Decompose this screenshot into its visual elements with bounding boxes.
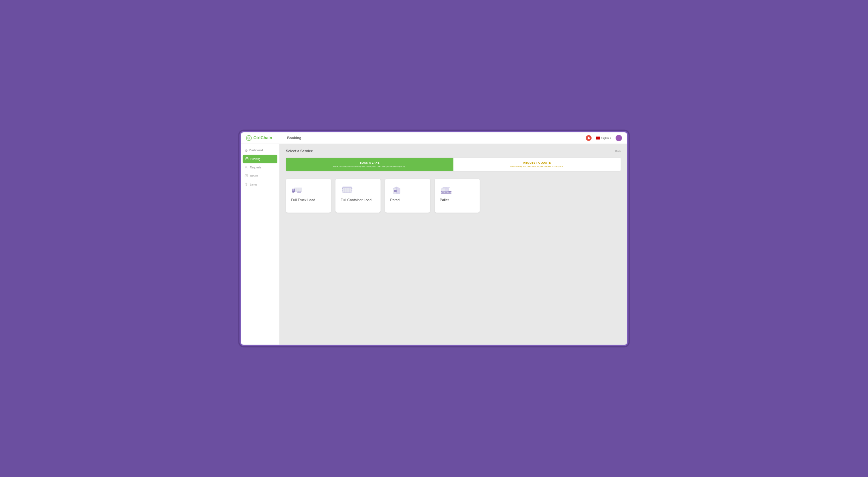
back-button[interactable]: Back — [615, 150, 621, 152]
svg-point-19 — [298, 192, 299, 192]
logo-text: CtrlChain — [253, 136, 272, 141]
sidebar-item-label: Requests — [250, 166, 261, 170]
svg-rect-34 — [342, 190, 342, 191]
orders-icon — [245, 174, 248, 178]
chevron-down-icon: ▾ — [610, 137, 611, 140]
request-quote-title: REQUEST A QUOTE — [459, 161, 615, 165]
book-a-lane-title: BOOK A LANE — [291, 161, 448, 165]
svg-rect-31 — [343, 192, 351, 193]
parcel-icon — [390, 185, 403, 195]
request-quote-tab[interactable]: REQUEST A QUOTE Get capacity and rates f… — [454, 158, 621, 171]
header-actions: English ▾ — [586, 135, 622, 141]
user-avatar[interactable] — [615, 135, 622, 141]
sidebar: ⊙ Dashboard Booking — [241, 144, 279, 345]
svg-point-7 — [246, 166, 247, 167]
fcl-label: Full Container Load — [341, 198, 372, 202]
sidebar-item-lanes[interactable]: Lanes — [241, 180, 279, 189]
sidebar-item-label: Booking — [251, 157, 260, 161]
booking-icon — [245, 157, 249, 161]
requests-icon — [245, 166, 248, 170]
svg-point-17 — [293, 192, 294, 192]
svg-rect-3 — [246, 158, 248, 160]
content-area: Select a Service Back BOOK A LANE Book y… — [279, 144, 627, 345]
notification-bell[interactable] — [586, 135, 592, 141]
logo-area: CtrlChain — [246, 135, 284, 141]
pallet-icon — [440, 185, 453, 195]
svg-rect-26 — [342, 187, 351, 188]
service-card-ftl[interactable]: Full Truck Load — [286, 179, 331, 213]
pallet-label: Pallet — [440, 198, 448, 202]
service-toggle: BOOK A LANE Book your shipments instantl… — [286, 158, 620, 171]
svg-rect-15 — [294, 190, 295, 190]
service-card-pallet[interactable]: Pallet — [435, 179, 479, 213]
svg-point-21 — [300, 192, 301, 192]
svg-rect-32 — [342, 188, 342, 189]
logo-icon — [246, 135, 252, 141]
svg-rect-35 — [351, 190, 352, 191]
sidebar-item-requests[interactable]: Requests — [241, 163, 279, 172]
sidebar-item-booking[interactable]: Booking — [243, 155, 277, 163]
header-title: Booking — [285, 136, 586, 140]
sidebar-item-dashboard[interactable]: ⊙ Dashboard — [241, 146, 279, 155]
dashboard-icon: ⊙ — [245, 149, 248, 153]
svg-rect-33 — [351, 188, 352, 189]
flag-icon — [596, 137, 600, 140]
sidebar-item-label: Lanes — [250, 183, 257, 186]
svg-point-2 — [249, 138, 249, 138]
book-a-lane-subtitle: Book your shipments instantly with pre-a… — [291, 165, 448, 168]
truck-icon — [291, 185, 304, 195]
svg-rect-14 — [292, 189, 294, 190]
container-icon — [341, 185, 353, 195]
content-header: Select a Service Back — [286, 149, 620, 153]
app-header: CtrlChain Booking English ▾ — [241, 132, 627, 144]
request-quote-subtitle: Get capacity and rates from all your car… — [459, 165, 615, 168]
service-card-parcel[interactable]: Parcel — [385, 179, 430, 213]
sidebar-item-label: Orders — [250, 174, 258, 178]
main-layout: ⊙ Dashboard Booking — [241, 144, 627, 345]
ftl-label: Full Truck Load — [291, 198, 315, 202]
lanes-icon — [245, 182, 248, 186]
service-card-fcl[interactable]: Full Container Load — [335, 179, 380, 213]
page-title: Select a Service — [286, 149, 313, 153]
book-a-lane-tab[interactable]: BOOK A LANE Book your shipments instantl… — [286, 158, 453, 171]
service-cards-container: Full Truck Load — [286, 179, 620, 213]
language-selector[interactable]: English ▾ — [594, 136, 613, 140]
lang-label: English — [601, 137, 609, 139]
sidebar-item-orders[interactable]: Orders — [241, 172, 279, 180]
sidebar-item-label: Dashboard — [249, 149, 262, 152]
parcel-label: Parcel — [390, 198, 400, 202]
